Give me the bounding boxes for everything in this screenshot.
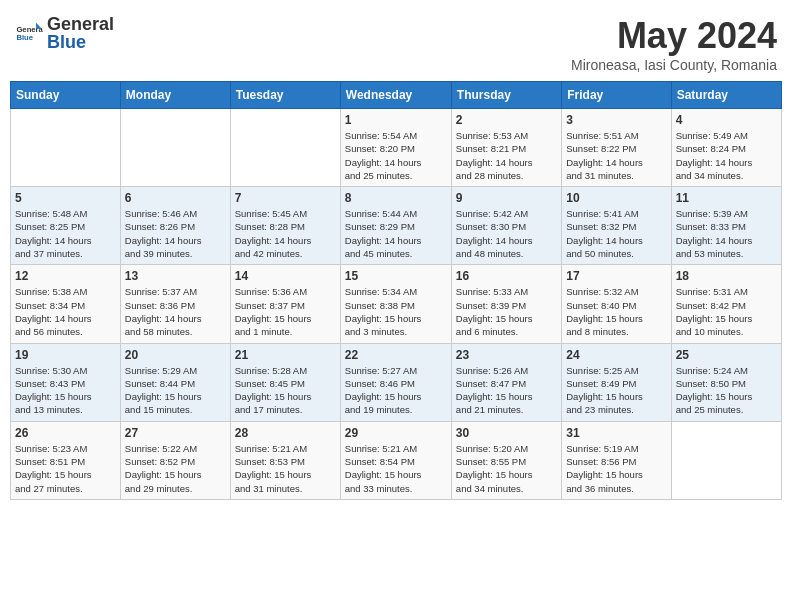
day-number: 24 bbox=[566, 348, 666, 362]
calendar-cell: 11Sunrise: 5:39 AM Sunset: 8:33 PM Dayli… bbox=[671, 187, 781, 265]
calendar-cell: 17Sunrise: 5:32 AM Sunset: 8:40 PM Dayli… bbox=[562, 265, 671, 343]
day-info: Sunrise: 5:25 AM Sunset: 8:49 PM Dayligh… bbox=[566, 364, 666, 417]
day-number: 22 bbox=[345, 348, 447, 362]
calendar-cell: 7Sunrise: 5:45 AM Sunset: 8:28 PM Daylig… bbox=[230, 187, 340, 265]
day-number: 1 bbox=[345, 113, 447, 127]
day-number: 10 bbox=[566, 191, 666, 205]
logo-general-text: General bbox=[47, 14, 114, 34]
calendar-cell: 8Sunrise: 5:44 AM Sunset: 8:29 PM Daylig… bbox=[340, 187, 451, 265]
day-number: 27 bbox=[125, 426, 226, 440]
day-info: Sunrise: 5:31 AM Sunset: 8:42 PM Dayligh… bbox=[676, 285, 777, 338]
day-number: 29 bbox=[345, 426, 447, 440]
calendar-cell: 1Sunrise: 5:54 AM Sunset: 8:20 PM Daylig… bbox=[340, 109, 451, 187]
day-number: 16 bbox=[456, 269, 557, 283]
calendar-cell bbox=[120, 109, 230, 187]
calendar-cell: 16Sunrise: 5:33 AM Sunset: 8:39 PM Dayli… bbox=[451, 265, 561, 343]
day-number: 2 bbox=[456, 113, 557, 127]
calendar-cell bbox=[11, 109, 121, 187]
logo-icon: General Blue bbox=[15, 19, 43, 47]
day-number: 6 bbox=[125, 191, 226, 205]
day-header-friday: Friday bbox=[562, 82, 671, 109]
calendar-cell: 14Sunrise: 5:36 AM Sunset: 8:37 PM Dayli… bbox=[230, 265, 340, 343]
day-info: Sunrise: 5:34 AM Sunset: 8:38 PM Dayligh… bbox=[345, 285, 447, 338]
day-number: 5 bbox=[15, 191, 116, 205]
day-number: 30 bbox=[456, 426, 557, 440]
calendar-week-row: 5Sunrise: 5:48 AM Sunset: 8:25 PM Daylig… bbox=[11, 187, 782, 265]
day-info: Sunrise: 5:48 AM Sunset: 8:25 PM Dayligh… bbox=[15, 207, 116, 260]
day-info: Sunrise: 5:33 AM Sunset: 8:39 PM Dayligh… bbox=[456, 285, 557, 338]
day-number: 8 bbox=[345, 191, 447, 205]
calendar-cell: 9Sunrise: 5:42 AM Sunset: 8:30 PM Daylig… bbox=[451, 187, 561, 265]
calendar-cell: 26Sunrise: 5:23 AM Sunset: 8:51 PM Dayli… bbox=[11, 421, 121, 499]
calendar-cell: 24Sunrise: 5:25 AM Sunset: 8:49 PM Dayli… bbox=[562, 343, 671, 421]
calendar-cell: 4Sunrise: 5:49 AM Sunset: 8:24 PM Daylig… bbox=[671, 109, 781, 187]
day-number: 12 bbox=[15, 269, 116, 283]
calendar-cell: 13Sunrise: 5:37 AM Sunset: 8:36 PM Dayli… bbox=[120, 265, 230, 343]
calendar-cell: 29Sunrise: 5:21 AM Sunset: 8:54 PM Dayli… bbox=[340, 421, 451, 499]
calendar-cell: 2Sunrise: 5:53 AM Sunset: 8:21 PM Daylig… bbox=[451, 109, 561, 187]
calendar-body: 1Sunrise: 5:54 AM Sunset: 8:20 PM Daylig… bbox=[11, 109, 782, 500]
calendar-cell: 3Sunrise: 5:51 AM Sunset: 8:22 PM Daylig… bbox=[562, 109, 671, 187]
day-header-thursday: Thursday bbox=[451, 82, 561, 109]
month-title: May 2024 bbox=[571, 15, 777, 57]
title-block: May 2024 Mironeasa, Iasi County, Romania bbox=[571, 15, 777, 73]
day-info: Sunrise: 5:32 AM Sunset: 8:40 PM Dayligh… bbox=[566, 285, 666, 338]
day-info: Sunrise: 5:19 AM Sunset: 8:56 PM Dayligh… bbox=[566, 442, 666, 495]
day-info: Sunrise: 5:37 AM Sunset: 8:36 PM Dayligh… bbox=[125, 285, 226, 338]
day-info: Sunrise: 5:44 AM Sunset: 8:29 PM Dayligh… bbox=[345, 207, 447, 260]
day-info: Sunrise: 5:27 AM Sunset: 8:46 PM Dayligh… bbox=[345, 364, 447, 417]
calendar-cell bbox=[230, 109, 340, 187]
day-header-monday: Monday bbox=[120, 82, 230, 109]
day-info: Sunrise: 5:41 AM Sunset: 8:32 PM Dayligh… bbox=[566, 207, 666, 260]
calendar-cell: 19Sunrise: 5:30 AM Sunset: 8:43 PM Dayli… bbox=[11, 343, 121, 421]
day-number: 3 bbox=[566, 113, 666, 127]
calendar-cell: 28Sunrise: 5:21 AM Sunset: 8:53 PM Dayli… bbox=[230, 421, 340, 499]
calendar-cell: 25Sunrise: 5:24 AM Sunset: 8:50 PM Dayli… bbox=[671, 343, 781, 421]
day-number: 9 bbox=[456, 191, 557, 205]
day-info: Sunrise: 5:21 AM Sunset: 8:54 PM Dayligh… bbox=[345, 442, 447, 495]
day-number: 19 bbox=[15, 348, 116, 362]
calendar-cell: 27Sunrise: 5:22 AM Sunset: 8:52 PM Dayli… bbox=[120, 421, 230, 499]
day-header-saturday: Saturday bbox=[671, 82, 781, 109]
calendar-cell: 6Sunrise: 5:46 AM Sunset: 8:26 PM Daylig… bbox=[120, 187, 230, 265]
day-info: Sunrise: 5:23 AM Sunset: 8:51 PM Dayligh… bbox=[15, 442, 116, 495]
day-number: 11 bbox=[676, 191, 777, 205]
day-info: Sunrise: 5:45 AM Sunset: 8:28 PM Dayligh… bbox=[235, 207, 336, 260]
day-info: Sunrise: 5:54 AM Sunset: 8:20 PM Dayligh… bbox=[345, 129, 447, 182]
calendar-cell: 30Sunrise: 5:20 AM Sunset: 8:55 PM Dayli… bbox=[451, 421, 561, 499]
day-number: 21 bbox=[235, 348, 336, 362]
day-header-tuesday: Tuesday bbox=[230, 82, 340, 109]
day-number: 14 bbox=[235, 269, 336, 283]
calendar-cell: 18Sunrise: 5:31 AM Sunset: 8:42 PM Dayli… bbox=[671, 265, 781, 343]
day-info: Sunrise: 5:53 AM Sunset: 8:21 PM Dayligh… bbox=[456, 129, 557, 182]
day-header-sunday: Sunday bbox=[11, 82, 121, 109]
day-info: Sunrise: 5:39 AM Sunset: 8:33 PM Dayligh… bbox=[676, 207, 777, 260]
calendar-cell bbox=[671, 421, 781, 499]
calendar-table: SundayMondayTuesdayWednesdayThursdayFrid… bbox=[10, 81, 782, 500]
day-number: 13 bbox=[125, 269, 226, 283]
calendar-header: SundayMondayTuesdayWednesdayThursdayFrid… bbox=[11, 82, 782, 109]
day-info: Sunrise: 5:38 AM Sunset: 8:34 PM Dayligh… bbox=[15, 285, 116, 338]
calendar-cell: 15Sunrise: 5:34 AM Sunset: 8:38 PM Dayli… bbox=[340, 265, 451, 343]
day-number: 4 bbox=[676, 113, 777, 127]
day-header-wednesday: Wednesday bbox=[340, 82, 451, 109]
day-number: 20 bbox=[125, 348, 226, 362]
day-info: Sunrise: 5:29 AM Sunset: 8:44 PM Dayligh… bbox=[125, 364, 226, 417]
day-info: Sunrise: 5:20 AM Sunset: 8:55 PM Dayligh… bbox=[456, 442, 557, 495]
day-number: 25 bbox=[676, 348, 777, 362]
logo-blue-text: Blue bbox=[47, 32, 86, 52]
day-number: 28 bbox=[235, 426, 336, 440]
calendar-cell: 21Sunrise: 5:28 AM Sunset: 8:45 PM Dayli… bbox=[230, 343, 340, 421]
location-subtitle: Mironeasa, Iasi County, Romania bbox=[571, 57, 777, 73]
day-info: Sunrise: 5:26 AM Sunset: 8:47 PM Dayligh… bbox=[456, 364, 557, 417]
calendar-cell: 5Sunrise: 5:48 AM Sunset: 8:25 PM Daylig… bbox=[11, 187, 121, 265]
calendar-cell: 20Sunrise: 5:29 AM Sunset: 8:44 PM Dayli… bbox=[120, 343, 230, 421]
calendar-week-row: 12Sunrise: 5:38 AM Sunset: 8:34 PM Dayli… bbox=[11, 265, 782, 343]
day-number: 31 bbox=[566, 426, 666, 440]
calendar-week-row: 1Sunrise: 5:54 AM Sunset: 8:20 PM Daylig… bbox=[11, 109, 782, 187]
day-info: Sunrise: 5:22 AM Sunset: 8:52 PM Dayligh… bbox=[125, 442, 226, 495]
calendar-cell: 22Sunrise: 5:27 AM Sunset: 8:46 PM Dayli… bbox=[340, 343, 451, 421]
day-header-row: SundayMondayTuesdayWednesdayThursdayFrid… bbox=[11, 82, 782, 109]
day-number: 26 bbox=[15, 426, 116, 440]
day-info: Sunrise: 5:21 AM Sunset: 8:53 PM Dayligh… bbox=[235, 442, 336, 495]
